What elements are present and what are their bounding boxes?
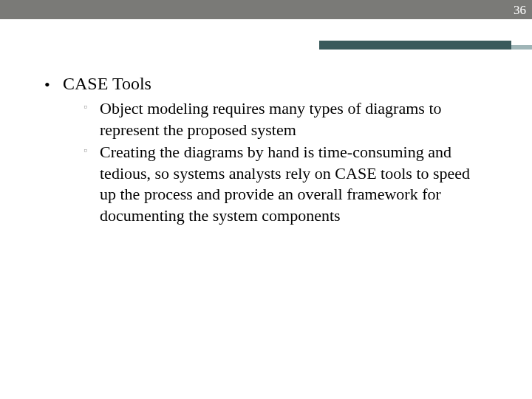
bullet-list-level2: ▫ Object modeling requires many types of… [83, 98, 488, 227]
list-item: ▫ Object modeling requires many types of… [83, 98, 488, 140]
square-bullet-icon: ▫ [83, 100, 87, 114]
list-item: ▫ Creating the diagrams by hand is time-… [83, 142, 488, 226]
bullet-list-level1: • CASE Tools ▫ Object modeling requires … [44, 74, 488, 227]
slide-content: • CASE Tools ▫ Object modeling requires … [44, 74, 488, 233]
bullet-icon: • [44, 75, 50, 95]
header-bar: 36 [0, 0, 532, 19]
heading-text: CASE Tools [63, 74, 151, 93]
accent-decoration [319, 41, 532, 50]
accent-dark-bar [319, 41, 511, 50]
square-bullet-icon: ▫ [83, 144, 87, 157]
slide-number: 36 [514, 3, 526, 18]
accent-light-bar [511, 45, 532, 50]
bullet-text: Creating the diagrams by hand is time-co… [100, 143, 470, 225]
list-item: • CASE Tools ▫ Object modeling requires … [44, 74, 488, 227]
bullet-text: Object modeling requires many types of d… [100, 99, 442, 139]
